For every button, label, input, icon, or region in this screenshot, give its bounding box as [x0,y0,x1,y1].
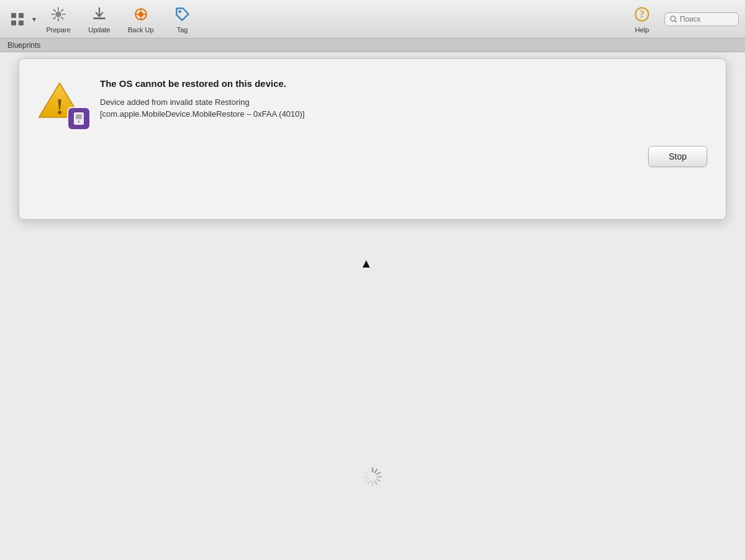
dialog-body: ! The OS cannot be restored on this devi… [38,78,707,127]
toolbar-item-backup[interactable]: Back Up [122,2,160,36]
svg-point-7 [138,12,143,17]
backup-label: Back Up [128,26,154,34]
svg-point-8 [178,10,181,12]
toolbar-item-update[interactable]: Update [81,2,118,36]
toolbar-item-tag[interactable]: Tag [164,2,201,36]
svg-line-22 [377,479,380,481]
svg-line-26 [365,479,368,481]
svg-line-29 [368,469,370,472]
tag-label: Tag [177,26,188,34]
blueprints-bar: Blueprints [0,38,745,52]
dialog-message: Device added from invalid state Restorin… [100,96,707,120]
svg-line-28 [365,472,368,474]
search-icon [670,16,677,23]
svg-line-12 [675,20,677,22]
search-bar[interactable] [664,12,739,26]
svg-rect-3 [19,20,24,25]
svg-line-23 [375,481,377,484]
dialog-panel: ! The OS cannot be restored on this devi… [19,58,726,220]
update-label: Update [88,26,110,34]
dialog-text: The OS cannot be restored on this device… [100,78,707,120]
svg-point-17 [78,120,80,123]
svg-rect-1 [19,13,24,18]
grid-icon[interactable] [6,8,29,30]
search-input[interactable] [680,15,729,24]
backup-icon [131,4,151,24]
stop-button[interactable]: Stop [648,146,707,167]
help-icon: ? [632,4,652,24]
svg-line-20 [377,472,380,474]
svg-point-4 [56,12,61,17]
svg-text:?: ? [639,9,644,19]
dialog-title: The OS cannot be restored on this device… [100,78,707,90]
device-icon [67,107,91,130]
svg-text:!: ! [56,95,63,119]
svg-rect-0 [11,13,16,18]
help-label: Help [635,26,649,34]
tag-icon [173,4,192,24]
blueprints-label: Blueprints [7,41,40,50]
gear-icon [48,4,68,24]
svg-point-11 [670,16,675,21]
svg-rect-16 [76,114,82,119]
prepare-label: Prepare [46,26,70,34]
loading-spinner [360,464,385,492]
svg-rect-5 [93,17,105,19]
svg-line-19 [375,469,377,472]
download-icon [89,4,109,24]
svg-line-25 [368,481,370,484]
toolbar-item-help[interactable]: ? Help [623,2,661,36]
toolbar: ▾ Prepare Update Back Up [0,0,745,38]
chevron-down-icon[interactable]: ▾ [32,15,36,24]
main-content: ! The OS cannot be restored on this devi… [0,52,745,560]
dialog-footer: Stop [38,140,707,167]
icon-stack: ! [38,78,88,127]
mouse-cursor: ▲ [360,257,372,269]
svg-rect-2 [11,20,16,25]
toolbar-item-prepare[interactable]: Prepare [40,2,77,36]
